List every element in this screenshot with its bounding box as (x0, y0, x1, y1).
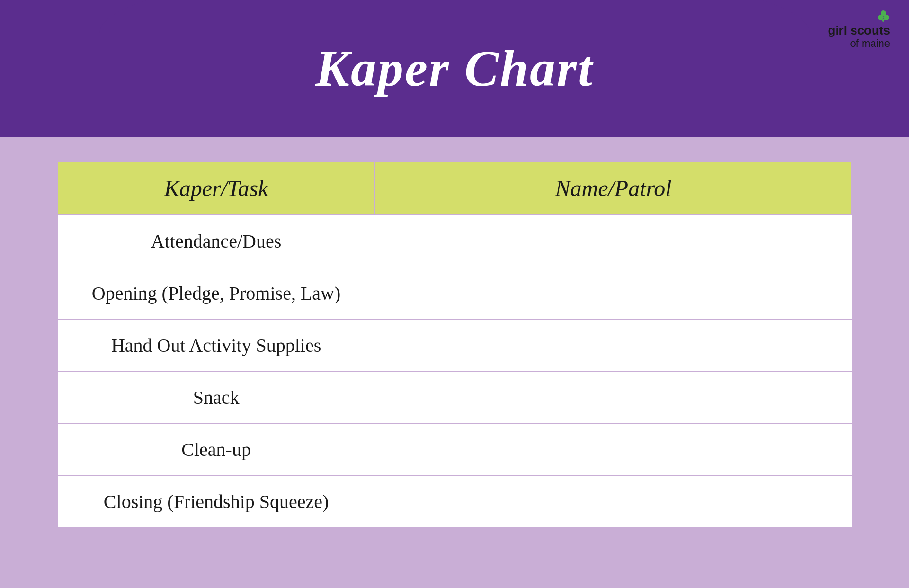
table-header-row: Kaper/Task Name/Patrol (57, 161, 852, 215)
task-cell-4: Clean-up (57, 423, 375, 475)
header-banner: Kaper Chart (0, 0, 909, 137)
name-cell-5 (375, 475, 852, 527)
task-cell-1: Opening (Pledge, Promise, Law) (57, 267, 375, 319)
name-cell-0 (375, 215, 852, 267)
svg-rect-3 (882, 19, 884, 22)
page-wrapper: girl scouts of maine Kaper Chart Kaper/T… (0, 0, 909, 588)
task-cell-3: Snack (57, 371, 375, 423)
kaper-table: Kaper/Task Name/Patrol Attendance/DuesOp… (57, 161, 852, 528)
table-row: Clean-up (57, 423, 852, 475)
task-cell-0: Attendance/Dues (57, 215, 375, 267)
logo-container: girl scouts of maine (828, 9, 890, 50)
col2-header: Name/Patrol (375, 161, 852, 215)
name-cell-2 (375, 319, 852, 371)
logo-of-maine: of maine (850, 37, 890, 50)
table-row: Attendance/Dues (57, 215, 852, 267)
name-cell-1 (375, 267, 852, 319)
table-row: Closing (Friendship Squeeze) (57, 475, 852, 527)
table-row: Opening (Pledge, Promise, Law) (57, 267, 852, 319)
logo-girl-scouts: girl scouts (828, 24, 890, 37)
table-row: Hand Out Activity Supplies (57, 319, 852, 371)
page-title: Kaper Chart (315, 39, 594, 98)
col1-header: Kaper/Task (57, 161, 375, 215)
task-cell-5: Closing (Friendship Squeeze) (57, 475, 375, 527)
name-cell-3 (375, 371, 852, 423)
table-row: Snack (57, 371, 852, 423)
name-cell-4 (375, 423, 852, 475)
task-cell-2: Hand Out Activity Supplies (57, 319, 375, 371)
table-wrapper: Kaper/Task Name/Patrol Attendance/DuesOp… (57, 161, 852, 588)
